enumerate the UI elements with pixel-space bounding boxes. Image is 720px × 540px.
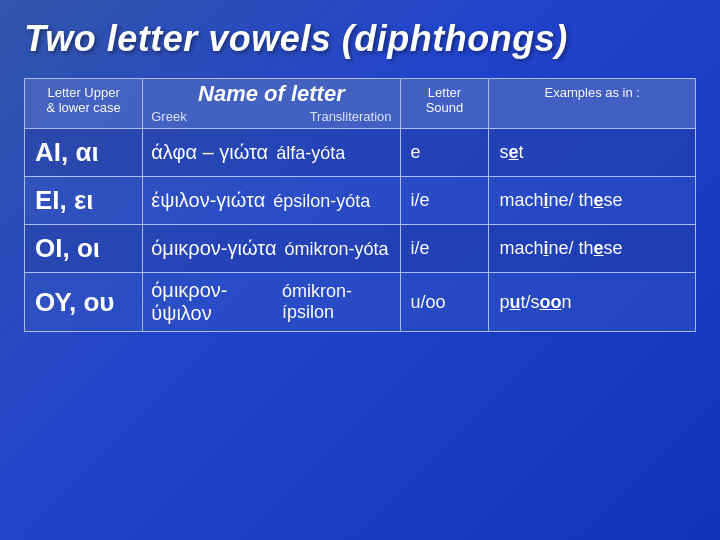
trans-name: álfa-yóta bbox=[276, 143, 345, 164]
letter-cell: ΟΙ, οι bbox=[25, 225, 143, 273]
col-header-sound: Letter Sound bbox=[400, 79, 489, 129]
name-cell: όμικρον-ύψιλον ómikron-ípsilon bbox=[143, 273, 400, 332]
name-title: Name of letter bbox=[151, 81, 391, 107]
example-bold: u bbox=[509, 292, 520, 312]
examples-cell: put/soon bbox=[489, 273, 696, 332]
table-row: ΟΙ, οι όμικρον-γιώτα ómikron-yóta i/e ma… bbox=[25, 225, 696, 273]
table-row: ΟΥ, ου όμικρον-ύψιλον ómikron-ípsilon u/… bbox=[25, 273, 696, 332]
col-header-examples: Examples as in : bbox=[489, 79, 696, 129]
greek-sub-label: Greek bbox=[151, 109, 186, 124]
col-header-name: Name of letter Greek Transliteration bbox=[143, 79, 400, 129]
diphthongs-table: Letter Upper & lower case Name of letter… bbox=[24, 78, 696, 332]
example-bold: i bbox=[543, 238, 548, 258]
examples-cell: machine/ these bbox=[489, 177, 696, 225]
name-cell: όμικρον-γιώτα ómikron-yóta bbox=[143, 225, 400, 273]
trans-name: ómikron-ípsilon bbox=[282, 281, 392, 323]
greek-name: όμικρον-γιώτα bbox=[151, 237, 276, 260]
sound-cell: i/e bbox=[400, 177, 489, 225]
trans-name: ómikron-yóta bbox=[284, 239, 388, 260]
table-row: ΑΙ, αι άλφα – γιώτα álfa-yóta e set bbox=[25, 129, 696, 177]
example-bold: e bbox=[594, 190, 604, 210]
sound-cell: i/e bbox=[400, 225, 489, 273]
example-bold: e bbox=[508, 142, 518, 162]
example-bold: e bbox=[594, 238, 604, 258]
name-cell: έψιλον-γιώτα épsilon-yóta bbox=[143, 177, 400, 225]
examples-cell: machine/ these bbox=[489, 225, 696, 273]
greek-name: έψιλον-γιώτα bbox=[151, 189, 265, 212]
page-title: Two letter vowels (diphthongs) bbox=[24, 18, 568, 60]
examples-cell: set bbox=[489, 129, 696, 177]
table-row: ΕΙ, ει έψιλον-γιώτα épsilon-yóta i/e mac… bbox=[25, 177, 696, 225]
letter-cell: ΟΥ, ου bbox=[25, 273, 143, 332]
trans-sub-label: Transliteration bbox=[310, 109, 392, 124]
name-cell: άλφα – γιώτα álfa-yóta bbox=[143, 129, 400, 177]
letter-cell: ΕΙ, ει bbox=[25, 177, 143, 225]
greek-name: άλφα – γιώτα bbox=[151, 141, 268, 164]
sound-cell: u/oo bbox=[400, 273, 489, 332]
greek-name: όμικρον-ύψιλον bbox=[151, 279, 274, 325]
example-bold: i bbox=[543, 190, 548, 210]
sound-cell: e bbox=[400, 129, 489, 177]
letter-cell: ΑΙ, αι bbox=[25, 129, 143, 177]
trans-name: épsilon-yóta bbox=[273, 191, 370, 212]
example-bold: oo bbox=[540, 292, 562, 312]
col-header-letter: Letter Upper & lower case bbox=[25, 79, 143, 129]
